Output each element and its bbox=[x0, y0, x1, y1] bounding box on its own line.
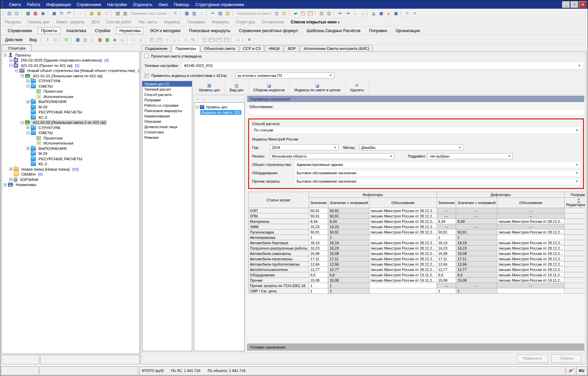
cell-deflator-value-corrected[interactable]: 18,19 bbox=[456, 240, 497, 246]
cell-deflator-justification[interactable]: --- bbox=[497, 283, 565, 288]
cell-inflator-value-corrected[interactable]: 15,08 bbox=[328, 278, 369, 283]
cell-deflator-value-corrected[interactable]: --- bbox=[456, 224, 497, 229]
cell-deflator-value-corrected[interactable]: 8,34 bbox=[456, 219, 497, 224]
cell-deflator-justification[interactable]: --- bbox=[497, 213, 565, 219]
cell-correction[interactable] bbox=[565, 213, 585, 219]
row-delete-icon[interactable]: ▥ bbox=[325, 10, 333, 17]
cell-deflator-justification[interactable]: письмо Минстроя России от 19.11.2... bbox=[497, 272, 565, 278]
structure-add-icon[interactable]: ▤ bbox=[13, 10, 20, 17]
archive-icon[interactable]: ◆ bbox=[111, 36, 118, 43]
new-folder-icon[interactable]: ▭ bbox=[234, 36, 241, 43]
cell-correction[interactable] bbox=[565, 240, 585, 246]
cell-deflator-value[interactable]: 1 bbox=[437, 288, 456, 294]
add-remove-correction-icon[interactable]: ✚▬ bbox=[566, 199, 585, 203]
print-icon[interactable]: ▤ bbox=[114, 10, 122, 17]
panel-tab[interactable]: Структура bbox=[236, 20, 255, 24]
cell-inflator-value-corrected[interactable]: 12,66 bbox=[328, 262, 369, 267]
indent-icon[interactable]: ⇥ bbox=[344, 10, 351, 17]
section-tab[interactable]: Шаблоны Сводных Расчётов bbox=[304, 28, 363, 34]
estimate-gear2-icon[interactable]: ▦ bbox=[95, 10, 103, 17]
resource-p-icon[interactable]: Р bbox=[148, 36, 156, 43]
row-edit-icon[interactable]: ▤ bbox=[318, 10, 325, 17]
cell-correction[interactable] bbox=[565, 262, 585, 267]
building-add-icon[interactable]: ▦ bbox=[74, 36, 81, 43]
panel-tab[interactable]: Поправки bbox=[187, 20, 205, 24]
search-icon[interactable]: ◉ bbox=[39, 10, 47, 17]
move-down-icon[interactable]: ↓ bbox=[204, 97, 206, 101]
region-dropdown[interactable]: Московская область ▼ bbox=[270, 153, 394, 159]
cell-deflator-value[interactable]: 1 bbox=[437, 235, 456, 240]
cell-inflator-value[interactable]: 16,08 bbox=[309, 251, 328, 256]
indices-pink-icon[interactable]: ≡ bbox=[403, 10, 411, 17]
cell-deflator-justification[interactable]: письмо Минстроя России от 28.12.2... bbox=[497, 267, 565, 272]
tree-item[interactable]: М-29 bbox=[3, 151, 139, 157]
building-list-icon[interactable]: ▥ bbox=[81, 36, 89, 43]
tree-item[interactable]: Проектная bbox=[3, 89, 139, 94]
import-icon[interactable]: ▦ bbox=[96, 36, 103, 43]
expand-icon[interactable]: + bbox=[26, 147, 29, 150]
cell-inflator-value[interactable]: 12,66 bbox=[309, 262, 328, 267]
menu-item[interactable]: Отдохнуть bbox=[130, 2, 155, 8]
tree-item[interactable]: +СТРУКТУРА bbox=[3, 79, 139, 84]
refresh-tree-icon[interactable]: ↻ bbox=[63, 36, 70, 43]
comment-icon[interactable]: ◻ bbox=[103, 10, 110, 17]
cell-inflator-value[interactable]: 50,91 bbox=[309, 208, 328, 213]
cell-deflator-justification[interactable] bbox=[497, 288, 565, 294]
save-icon[interactable]: ▣ bbox=[51, 10, 58, 17]
cell-deflator-justification[interactable]: письмо Минстроя России от 19.11.2... bbox=[497, 278, 565, 283]
tree-item[interactable]: КС-3 bbox=[3, 162, 139, 167]
cell-inflator-value-corrected[interactable]: 8,34 bbox=[328, 219, 369, 224]
panel-tab[interactable]: Тех. часть bbox=[138, 20, 157, 24]
tree-item[interactable]: +СТРУКТУРА bbox=[3, 125, 139, 130]
cell-correction[interactable] bbox=[565, 208, 585, 213]
minimize-button[interactable]: _ bbox=[562, 1, 570, 8]
cell-inflator-value[interactable]: 17,11 bbox=[309, 256, 328, 262]
menu-item[interactable]: Информация bbox=[43, 2, 74, 8]
cell-deflator-value-corrected[interactable]: 1 bbox=[456, 235, 497, 240]
panel-tab[interactable]: Список открытых окон▾ bbox=[291, 20, 340, 24]
section-tab[interactable]: Аналитика bbox=[64, 28, 89, 34]
cell-deflator-justification[interactable]: письмо Минстроя России от 28.12.2... bbox=[497, 240, 565, 246]
document-tab[interactable]: НМЦК bbox=[265, 45, 283, 52]
price-kind-button[interactable]: ▥Вид цен bbox=[225, 81, 248, 94]
cell-inflator-justification[interactable]: письмо Минстроя России от 19.11.2... bbox=[369, 272, 437, 278]
move-down-icon[interactable]: ↓ bbox=[170, 36, 178, 43]
shift-left-icon[interactable]: ← bbox=[351, 10, 359, 17]
tree-item[interactable]: −Проекты bbox=[3, 53, 139, 58]
cell-inflator-value[interactable]: 18,19 bbox=[309, 240, 328, 246]
apply-button[interactable]: Применить bbox=[517, 354, 548, 363]
levels-tree-root[interactable]: − Уровень цен bbox=[196, 104, 244, 110]
apply-indices-checkbox[interactable]: ✓ bbox=[144, 73, 149, 78]
cell-correction[interactable] bbox=[565, 272, 585, 278]
copy-icon[interactable]: ▤ bbox=[217, 10, 224, 17]
cell-deflator-value[interactable]: 17,11 bbox=[437, 256, 456, 262]
cell-inflator-value-corrected[interactable]: 16,23 bbox=[328, 224, 369, 229]
tree-item[interactable]: +256-02-2025 [Здание спортивного комплек… bbox=[3, 58, 139, 63]
cell-deflator-value-corrected[interactable]: 50,91 bbox=[456, 229, 497, 235]
parameter-category-item[interactable]: Типовой расчет bbox=[142, 87, 192, 92]
tree-item[interactable]: −Новый объект строительства [Новый объек… bbox=[3, 68, 139, 74]
tree-item[interactable]: РЕСУРСНЫЕ РАСЧЕТЫ bbox=[3, 110, 139, 115]
house-gear-icon[interactable]: ⌂ bbox=[137, 36, 144, 43]
parameter-category-item[interactable]: Поправки bbox=[142, 97, 192, 103]
preview-icon[interactable]: ▥ bbox=[122, 10, 129, 17]
section-tab[interactable]: Проекты bbox=[38, 27, 60, 34]
cell-deflator-justification[interactable]: письмо Минстроя России от 28.12.2... bbox=[497, 262, 565, 267]
tree-item[interactable]: +Новая папка [Новая папка][33] bbox=[3, 167, 139, 172]
section-tab[interactable]: Поисковые маршруты bbox=[187, 28, 233, 34]
month-dropdown[interactable]: Декабрь ▼ bbox=[359, 145, 463, 151]
cell-inflator-value-corrected[interactable]: 50,91 bbox=[328, 208, 369, 213]
cell-correction[interactable] bbox=[565, 256, 585, 262]
cell-deflator-value-corrected[interactable]: 17,11 bbox=[456, 256, 497, 262]
cell-inflator-value[interactable]: 6,6 bbox=[309, 272, 328, 278]
tree-item[interactable]: Проектная bbox=[3, 135, 139, 141]
collapse-icon[interactable]: − bbox=[196, 106, 199, 109]
menu-item[interactable]: Работа bbox=[24, 2, 43, 8]
panel-tab[interactable]: Ресурсы bbox=[5, 20, 21, 24]
transport-icon[interactable]: ▣ bbox=[377, 10, 385, 17]
tree-item[interactable]: ОБМЕН[0] bbox=[3, 172, 139, 177]
index-total-button[interactable]: ◪Индексы по смете в целом bbox=[290, 81, 345, 94]
cell-inflator-value[interactable]: 16,23 bbox=[309, 246, 328, 251]
section-tab[interactable]: Справочник расчётных формул bbox=[236, 28, 301, 34]
tree-item[interactable]: М-29 bbox=[3, 104, 139, 110]
